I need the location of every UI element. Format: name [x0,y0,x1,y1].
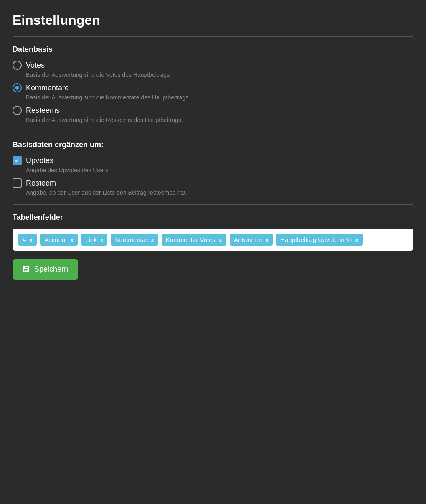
radio-group-votes: Votes Basis der Auswertung sind die Vote… [13,61,413,78]
divider-mid1 [13,132,413,132]
checkbox-item-upvotes[interactable]: Upvotes [13,156,413,165]
tag-account: Accountx [40,234,78,246]
radio-label-kommentare: Kommentare [26,84,69,92]
radio-item-resteems[interactable]: Resteems [13,106,413,115]
checkbox-group-upvotes: Upvotes Angabe des Upvotes des Users [13,156,413,173]
tag-label-kommentar-votes: Kommentar Votes [166,236,216,243]
save-label: Speichern [34,265,68,274]
tags-container: #xAccountxLinkxKommentarxKommentar Votes… [13,229,413,251]
tag-label-antworten: Antworten [234,236,262,243]
tag-label-account: Account [44,236,67,243]
tag-close-link[interactable]: x [100,237,104,243]
tabellenfelder-title: Tabellenfelder [13,213,413,222]
checkbox-btn-upvotes[interactable] [13,156,22,165]
tag-close-account[interactable]: x [70,237,74,243]
checkbox-desc-resteem: Angabe, ob der User aus der Liste den Be… [26,189,413,196]
tag-hauptbeitrag-upvote: Hauptbeitrag Upvote in %x [276,234,363,246]
divider-mid2 [13,204,413,205]
tag-kommentar: Kommentarx [111,234,158,246]
radio-group-kommentare: Kommentare Basis der Auswertung sind die… [13,83,413,101]
radio-group-resteems: Resteems Basis der Auswertung sind die R… [13,106,413,123]
datenbasis-title: Datenbasis [13,45,413,54]
checkbox-label-resteem: Resteem [26,179,56,188]
radio-item-kommentare[interactable]: Kommentare [13,83,413,92]
save-button[interactable]: 🖫 Speichern [13,259,78,280]
tag-label-hauptbeitrag-upvote: Hauptbeitrag Upvote in % [280,236,352,243]
basisdaten-section: Basisdaten ergänzen um: Upvotes Angabe d… [13,140,413,196]
tag-label-kommentar: Kommentar [115,236,147,243]
tag-link: Linkx [81,234,107,246]
tag-kommentar-votes: Kommentar Votesx [162,234,226,246]
radio-desc-kommentare: Basis der Auswertung sind die Kommentare… [26,94,413,101]
radio-label-resteems: Resteems [26,106,60,115]
radio-btn-kommentare[interactable] [13,83,22,92]
basisdaten-title: Basisdaten ergänzen um: [13,140,413,149]
tag-hash: #x [18,234,37,246]
checkbox-desc-upvotes: Angabe des Upvotes des Users [26,167,413,173]
tabellenfelder-section: Tabellenfelder #xAccountxLinkxKommentarx… [13,213,413,251]
radio-label-votes: Votes [26,61,45,70]
tag-label-hash: # [23,236,26,243]
radio-desc-resteems: Basis der Auswertung sind die Resteems d… [26,117,413,123]
save-icon: 🖫 [23,265,30,274]
radio-btn-resteems[interactable] [13,106,22,115]
radio-btn-votes[interactable] [13,61,22,70]
tag-close-kommentar[interactable]: x [151,237,154,243]
checkbox-group-resteem: Resteem Angabe, ob der User aus der List… [13,178,413,196]
checkbox-btn-resteem[interactable] [13,178,22,188]
checkbox-item-resteem[interactable]: Resteem [13,178,413,188]
tag-close-antworten[interactable]: x [265,237,269,243]
tag-close-hauptbeitrag-upvote[interactable]: x [355,237,358,243]
datenbasis-section: Datenbasis Votes Basis der Auswertung si… [13,45,413,123]
tag-close-kommentar-votes[interactable]: x [219,237,222,243]
tag-label-link: Link [85,236,97,243]
radio-desc-votes: Basis der Auswertung sind die Votes des … [26,71,413,78]
page-title: Einstellungen [13,13,413,28]
checkbox-label-upvotes: Upvotes [26,156,53,165]
tag-close-hash[interactable]: x [29,237,33,243]
divider-top [13,36,413,37]
tag-antworten: Antwortenx [230,234,273,246]
radio-item-votes[interactable]: Votes [13,61,413,70]
